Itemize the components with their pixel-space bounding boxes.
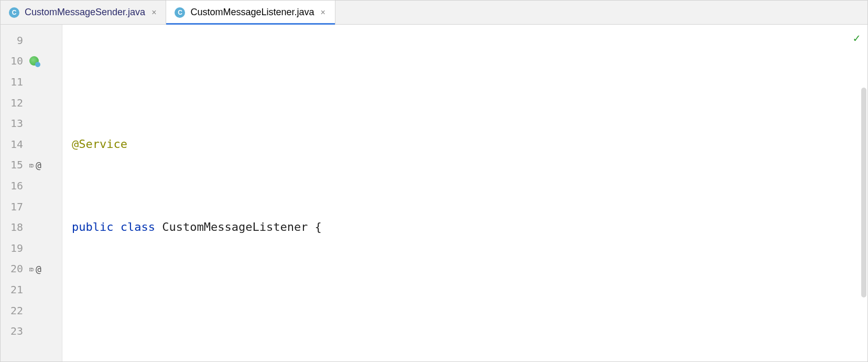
line-number: 19 (4, 242, 23, 254)
line-number: 16 (4, 179, 23, 192)
code-line: @Service (62, 134, 867, 155)
close-icon[interactable]: × (320, 8, 327, 17)
line-number: 18 (4, 221, 23, 233)
scrollbar-thumb[interactable] (861, 88, 866, 297)
gutter: 9 10 11 12 13 14 15⎄@ 16 17 18 19 20⎄@ 2… (1, 25, 62, 361)
implements-icon[interactable]: ⎄ (29, 264, 34, 273)
line-number: 12 (4, 97, 23, 109)
tab-listener[interactable]: C CustomMessageListener.java × (166, 1, 335, 24)
line-number: 17 (4, 200, 23, 213)
close-icon[interactable]: × (150, 8, 157, 17)
line-number: 23 (4, 325, 23, 337)
code-editor[interactable]: 9 10 11 12 13 14 15⎄@ 16 17 18 19 20⎄@ 2… (1, 25, 867, 361)
annotation-icon[interactable]: @ (36, 263, 41, 274)
tab-sender[interactable]: C CustomMessageSender.java × (1, 1, 166, 24)
spring-bean-icon[interactable] (29, 56, 39, 66)
code-line: public class CustomMessageListener { (62, 217, 867, 238)
class-file-icon: C (175, 7, 185, 18)
code-area[interactable]: ✓ @Service public class CustomMessageLis… (62, 25, 867, 361)
tab-bar: C CustomMessageSender.java × C CustomMes… (1, 1, 867, 25)
status-ok-icon[interactable]: ✓ (853, 28, 860, 49)
line-number: 10 (4, 55, 23, 67)
code-line (62, 300, 867, 321)
tab-label: CustomMessageSender.java (25, 7, 145, 18)
class-file-icon: C (9, 7, 19, 18)
line-number: 9 (4, 34, 23, 47)
implements-icon[interactable]: ⎄ (29, 161, 34, 169)
tab-label: CustomMessageListener.java (190, 7, 314, 18)
annotation-icon[interactable]: @ (36, 159, 41, 171)
line-number: 11 (4, 76, 23, 88)
line-number: 15 (4, 158, 23, 171)
line-number: 22 (4, 304, 23, 317)
line-number: 14 (4, 138, 23, 151)
line-number: 13 (4, 117, 23, 130)
line-number: 20 (4, 262, 23, 275)
line-number: 21 (4, 283, 23, 296)
